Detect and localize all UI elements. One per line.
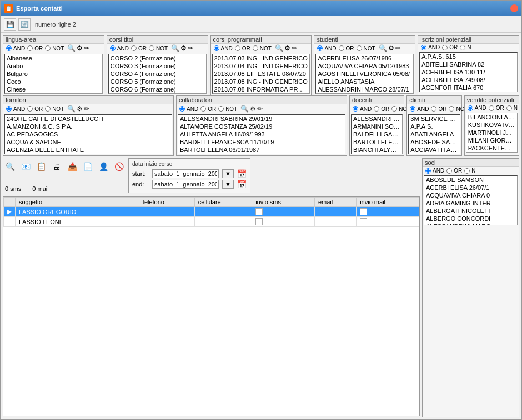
studenti-settings-icon[interactable]: ⚙ <box>388 44 394 52</box>
list-item[interactable]: 2013.07.08 ING - IND GENERICO <box>213 78 310 85</box>
list-item[interactable]: AGENFOR ITALIA 670 <box>420 84 517 92</box>
list-item[interactable]: ACERBI ELISA 749 08/ <box>420 76 517 84</box>
list-item[interactable]: PACKCENTER SRL 1 <box>466 144 517 152</box>
print-action-icon[interactable]: 🖨 <box>51 160 63 173</box>
lingua-area-or-radio[interactable] <box>27 45 33 51</box>
fornitori-edit-icon[interactable]: ✏ <box>84 105 89 113</box>
table-row[interactable]: FASSIO LEONE <box>4 217 419 227</box>
list-item[interactable]: CORSO 7 (Formazione) <box>109 93 206 94</box>
start-date-dropdown-btn[interactable]: ▼ <box>222 169 234 178</box>
corsi-titoli-list[interactable]: CORSO 2 (Formazione) CORSO 3 (Formazione… <box>108 54 207 94</box>
list-item[interactable]: BARTOLI ELENA 06/01/1987 <box>178 146 345 154</box>
corsi-programmati-settings-icon[interactable]: ⚙ <box>284 44 290 52</box>
list-item[interactable]: ABOSEDE SAMSON <box>409 138 459 146</box>
list-item[interactable]: BARTOLI ELENA 06/01/1987 <box>352 138 402 146</box>
list-item[interactable]: ACERBI ELISA 26/07/1 <box>424 184 517 191</box>
co-not-radio[interactable] <box>218 106 224 112</box>
corsi-programmati-or-radio[interactable] <box>235 45 240 51</box>
vp-or-radio[interactable] <box>489 105 494 111</box>
list-item[interactable]: AGENZIA DELLE ENTRATE <box>5 146 172 154</box>
studenti-edit-icon[interactable]: ✏ <box>395 44 401 52</box>
collaboratori-filter-icon[interactable]: 🔍 <box>240 105 249 113</box>
list-item[interactable]: AGENZIA ITER PRATIC <box>420 92 517 92</box>
list-item[interactable]: BALDELLI GAUTIER CHRISTOPH <box>352 130 402 138</box>
clienti-list[interactable]: 3M SERVICE S.R.L. A.P.A.S. ABATI ANGELA … <box>408 114 460 154</box>
results-table-wrapper[interactable]: soggetto telefono cellulare invio sms em… <box>3 196 420 416</box>
list-item[interactable]: CORSO 3 (Formazione) <box>109 62 206 70</box>
ip-and-radio[interactable] <box>421 45 426 50</box>
list-item[interactable]: KUSHKOVA IVETTA 6 <box>466 121 517 129</box>
co-or-radio[interactable] <box>200 106 206 112</box>
save-button[interactable]: 💾 <box>4 18 16 31</box>
co-and-radio[interactable] <box>179 106 185 112</box>
lingua-area-filter-icon[interactable]: 🔍 <box>67 44 76 52</box>
ip-or-radio[interactable] <box>442 45 448 50</box>
list-action-icon[interactable]: 📋 <box>35 160 47 173</box>
list-item[interactable]: A.MANZONI & C. S.P.A. <box>5 123 172 130</box>
list-item[interactable]: AC PEDAGOGICS <box>5 130 172 138</box>
list-item[interactable]: ACERBI ELISA 26/07/1986 <box>409 154 459 154</box>
list-item[interactable]: Bulgaro <box>5 70 102 78</box>
list-item[interactable]: ACCIAVATTI ALESSIA 17/04/197 <box>409 146 459 154</box>
list-item[interactable]: MILANI GIORGIA 5 09/ <box>466 136 517 144</box>
docenti-list[interactable]: ALESSANDRI SABRINA 29/01/19 ARMANINI SON… <box>351 114 403 154</box>
list-item[interactable]: AGENZIA ITER PRATICHE DI MIC <box>5 154 172 154</box>
list-item[interactable]: AIELLO ANASTASIA <box>316 78 413 85</box>
list-item[interactable]: 2013.07.03 ING - IND GENERICO <box>213 54 310 62</box>
list-item[interactable]: CORSO 4 (Formazione) <box>109 70 206 78</box>
lingua-area-not-radio[interactable] <box>45 45 51 51</box>
list-item[interactable]: MARTINOLI JOSE 2 23 <box>466 129 517 136</box>
list-item[interactable]: ABATI ANGELA <box>409 130 459 138</box>
list-item[interactable]: A.P.A.S. <box>409 123 459 130</box>
corsi-programmati-and-radio[interactable] <box>214 45 219 51</box>
do-and-radio[interactable] <box>353 106 358 112</box>
list-item[interactable]: ALBERGATI NICOLETT <box>424 207 517 215</box>
end-date-dropdown-btn[interactable]: ▼ <box>222 180 234 189</box>
lingua-area-and-radio[interactable] <box>6 45 12 51</box>
list-item[interactable]: ALTAMORE COSTANZA 25/02/19 <box>178 123 345 130</box>
vp-not-radio[interactable] <box>506 105 512 111</box>
cl-and-radio[interactable] <box>410 106 415 112</box>
so-or-radio[interactable] <box>446 168 452 174</box>
list-item[interactable]: ARMANINI SONIA 24/11/1980 <box>352 123 402 130</box>
collaboratori-edit-icon[interactable]: ✏ <box>257 105 263 113</box>
email-action-icon[interactable]: 📧 <box>19 160 32 173</box>
fo-not-radio[interactable] <box>45 106 51 112</box>
list-item[interactable]: 2013.07.08 INFORMATICA PROGRAMM. <box>213 85 310 93</box>
corsi-programmati-not-radio[interactable] <box>253 45 258 51</box>
user-action-icon[interactable]: 👤 <box>97 160 109 173</box>
list-item[interactable]: BONGARZONE LESLIE 27/12/19 <box>352 154 402 154</box>
lingua-area-edit-icon[interactable]: ✏ <box>84 44 89 52</box>
list-item[interactable]: ALESSI AURORA 26/01/2007 <box>316 93 413 94</box>
collaboratori-list[interactable]: ALESSANDRI SABRINA 29/01/19 ALTAMORE COS… <box>178 114 345 154</box>
list-item[interactable]: 2013.07.04 ING - IND GENERICO <box>213 62 310 70</box>
list-item[interactable]: ALESSANDRI SABRINA 29/01/19 <box>352 115 402 123</box>
studenti-or-radio[interactable] <box>339 45 344 51</box>
table-row[interactable]: ▶ FASSIO GREGORIO <box>4 207 419 217</box>
import-action-icon[interactable]: 📥 <box>66 160 78 173</box>
list-item[interactable]: 2013.07.08 SPA - IND GENERICO <box>213 93 310 94</box>
list-item[interactable]: AGOSTINELLI VERONICA 05/08/ <box>316 70 413 78</box>
list-item[interactable]: ACQUAVIVA CHIARA 0 <box>424 191 517 199</box>
list-item[interactable]: A.P.A.S. 615 <box>420 53 517 60</box>
search-action-icon[interactable]: 🔍 <box>4 160 16 173</box>
cancel-action-icon[interactable]: 🚫 <box>113 160 125 173</box>
corsi-titoli-not-radio[interactable] <box>149 45 154 51</box>
corsi-programmati-filter-icon[interactable]: 🔍 <box>275 44 283 52</box>
end-calendar-icon[interactable]: 📅 <box>237 180 247 189</box>
corsi-programmati-list[interactable]: 2013.07.03 ING - IND GENERICO 2013.07.04… <box>212 54 310 94</box>
vp-and-radio[interactable] <box>468 105 473 111</box>
cl-or-radio[interactable] <box>431 106 436 112</box>
fo-or-radio[interactable] <box>27 106 33 112</box>
cl-not-radio[interactable] <box>449 106 454 112</box>
do-or-radio[interactable] <box>374 106 379 112</box>
corsi-titoli-settings-icon[interactable]: ⚙ <box>180 44 187 52</box>
list-item[interactable]: BILANCIONI AMBRA 3 <box>466 113 517 121</box>
list-item[interactable]: BIANCHI ALYSON GAYE 25/08/1 <box>352 146 402 154</box>
list-item[interactable]: ABITELLI SABRINA 82 <box>420 60 517 68</box>
iscrizioni-potenziali-list[interactable]: A.P.A.S. 615 ABITELLI SABRINA 82 ACERBI … <box>419 52 518 92</box>
soci-list[interactable]: ABOSEDE SAMSON ACERBI ELISA 26/07/1 ACQU… <box>424 175 518 225</box>
refresh-button[interactable]: 🔄 <box>18 18 31 31</box>
list-item[interactable]: Cinese <box>5 85 102 93</box>
list-item[interactable]: CORSO 6 (Formazione) <box>109 85 206 93</box>
